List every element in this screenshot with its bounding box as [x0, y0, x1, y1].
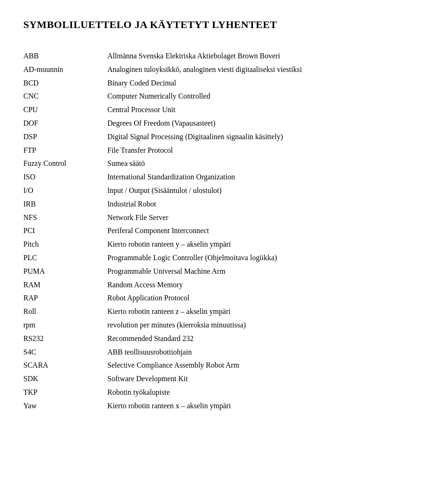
- table-row: NFSNetwork File Server: [23, 211, 425, 225]
- abbreviation-cell: Yaw: [23, 399, 107, 413]
- page-title: SYMBOLILUETTELO JA KÄYTETYT LYHENTEET: [23, 19, 425, 31]
- abbreviation-cell: RAM: [23, 278, 107, 292]
- table-row: DOFDegrees Of Freedom (Vapausasteet): [23, 117, 425, 130]
- definition-cell: International Standardization Organizati…: [107, 170, 425, 184]
- abbreviation-cell: RS232: [23, 332, 107, 346]
- table-row: SCARASelective Compliance Assembly Robot…: [23, 359, 425, 372]
- table-row: CNCComputer Numerically Controlled: [23, 90, 425, 103]
- definition-cell: Input / Output (Sisääntulot / ulostulot): [107, 184, 425, 198]
- abbreviation-cell: DOF: [23, 117, 107, 130]
- definition-cell: Kierto robotin ranteen x – akselin ympär…: [107, 399, 425, 413]
- definition-cell: Industrial Robot: [107, 198, 425, 211]
- abbreviation-cell: CPU: [23, 103, 107, 117]
- table-row: BCDBinary Coded Decimal: [23, 77, 425, 90]
- definition-cell: Robot Application Protocol: [107, 291, 425, 305]
- table-row: RAPRobot Application Protocol: [23, 291, 425, 305]
- definition-cell: Random Access Memory: [107, 278, 425, 292]
- abbreviation-cell: FTP: [23, 144, 107, 157]
- abbreviation-cell: Fuzzy Control: [23, 157, 107, 170]
- abbreviation-cell: RAP: [23, 291, 107, 305]
- abbreviation-cell: rpm: [23, 319, 107, 332]
- table-row: AD-muunninAnaloginen tuloyksikkö, analog…: [23, 63, 425, 77]
- table-row: PitchKierto robotin ranteen y – akselin …: [23, 238, 425, 251]
- table-row: PCIPeriferal Component Interconnect: [23, 224, 425, 238]
- table-row: rpmrevolution per minutes (kierroksia mi…: [23, 319, 425, 332]
- abbreviation-cell: TKP: [23, 386, 107, 399]
- table-row: RollKierto robotin ranteen z – akselin y…: [23, 305, 425, 319]
- definition-cell: Computer Numerically Controlled: [107, 90, 425, 103]
- definition-cell: Programmable Universal Machine Arm: [107, 265, 425, 278]
- abbreviation-cell: PLC: [23, 251, 107, 265]
- table-row: SDKSoftware Development Kit: [23, 372, 425, 386]
- table-row: FTPFile Transfer Protocol: [23, 144, 425, 157]
- abbreviation-cell: I/O: [23, 184, 107, 198]
- abbreviation-table: ABBAllmänna Svenska Elektriska Aktiebola…: [23, 50, 425, 413]
- definition-cell: revolution per minutes (kierroksia minuu…: [107, 319, 425, 332]
- abbreviation-cell: Pitch: [23, 238, 107, 251]
- table-row: TKPRobotin työkalupiste: [23, 386, 425, 399]
- definition-cell: Central Processor Unit: [107, 103, 425, 117]
- abbreviation-cell: IRB: [23, 198, 107, 211]
- table-row: S4CABB teollisuusrobottiohjain: [23, 346, 425, 359]
- abbreviation-cell: S4C: [23, 346, 107, 359]
- table-row: PUMAProgrammable Universal Machine Arm: [23, 265, 425, 278]
- table-row: CPUCentral Processor Unit: [23, 103, 425, 117]
- definition-cell: Allmänna Svenska Elektriska Aktiebolaget…: [107, 50, 425, 63]
- table-row: IRBIndustrial Robot: [23, 198, 425, 211]
- table-row: DSPDigital Signal Processing (Digitaalin…: [23, 130, 425, 144]
- definition-cell: Sumea säätö: [107, 157, 425, 170]
- table-row: ABBAllmänna Svenska Elektriska Aktiebola…: [23, 50, 425, 63]
- table-row: ISOInternational Standardization Organiz…: [23, 170, 425, 184]
- abbreviation-cell: DSP: [23, 130, 107, 144]
- definition-cell: Kierto robotin ranteen y – akselin ympär…: [107, 238, 425, 251]
- definition-cell: Digital Signal Processing (Digitaalinen …: [107, 130, 425, 144]
- table-row: I/OInput / Output (Sisääntulot / ulostul…: [23, 184, 425, 198]
- definition-cell: ABB teollisuusrobottiohjain: [107, 346, 425, 359]
- abbreviation-cell: ISO: [23, 170, 107, 184]
- definition-cell: Kierto robotin ranteen z – akselin ympär…: [107, 305, 425, 319]
- abbreviation-cell: BCD: [23, 77, 107, 90]
- table-row: PLCProgrammable Logic Controller (Ohjelm…: [23, 251, 425, 265]
- definition-cell: Robotin työkalupiste: [107, 386, 425, 399]
- abbreviation-cell: SDK: [23, 372, 107, 386]
- definition-cell: File Transfer Protocol: [107, 144, 425, 157]
- table-row: YawKierto robotin ranteen x – akselin ym…: [23, 399, 425, 413]
- abbreviation-cell: CNC: [23, 90, 107, 103]
- definition-cell: Analoginen tuloyksikkö, analoginen viest…: [107, 63, 425, 77]
- abbreviation-cell: ABB: [23, 50, 107, 63]
- abbreviation-cell: SCARA: [23, 359, 107, 372]
- definition-cell: Selective Compliance Assembly Robot Arm: [107, 359, 425, 372]
- definition-cell: Network File Server: [107, 211, 425, 225]
- table-row: RAMRandom Access Memory: [23, 278, 425, 292]
- abbreviation-cell: PCI: [23, 224, 107, 238]
- definition-cell: Software Development Kit: [107, 372, 425, 386]
- definition-cell: Programmable Logic Controller (Ohjelmoit…: [107, 251, 425, 265]
- table-row: Fuzzy ControlSumea säätö: [23, 157, 425, 170]
- abbreviation-cell: AD-muunnin: [23, 63, 107, 77]
- abbreviation-cell: Roll: [23, 305, 107, 319]
- definition-cell: Recommended Standard 232: [107, 332, 425, 346]
- table-row: RS232Recommended Standard 232: [23, 332, 425, 346]
- abbreviation-cell: NFS: [23, 211, 107, 225]
- definition-cell: Periferal Component Interconnect: [107, 224, 425, 238]
- abbreviation-cell: PUMA: [23, 265, 107, 278]
- definition-cell: Degrees Of Freedom (Vapausasteet): [107, 117, 425, 130]
- definition-cell: Binary Coded Decimal: [107, 77, 425, 90]
